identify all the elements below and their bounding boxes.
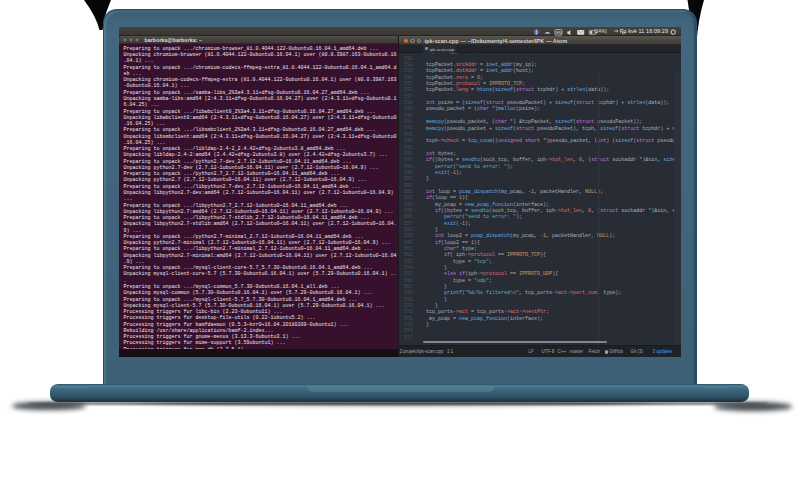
svg-text:EN: EN [556, 30, 561, 34]
